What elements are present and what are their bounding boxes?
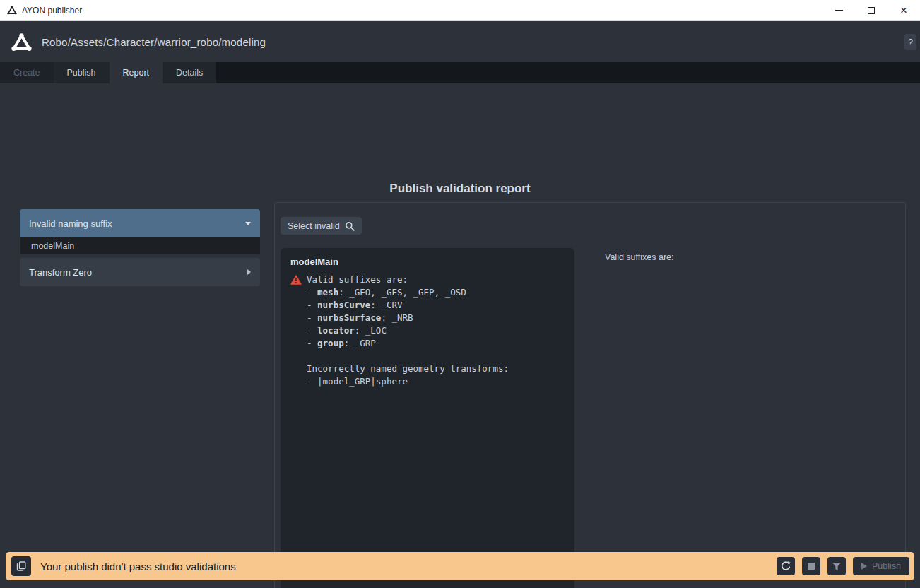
error-report-text: Valid suffixes are:- mesh: _GEO, _GES, _… (307, 274, 509, 388)
tab-create[interactable]: Create (0, 62, 54, 83)
ayon-logo-icon (7, 6, 17, 15)
minimize-button[interactable] (822, 0, 855, 21)
footer-notification-bar: Your publish didn't pass studio validati… (6, 552, 914, 580)
warning-icon (290, 275, 302, 288)
chevron-right-icon (247, 269, 251, 275)
error-report-card-body: Valid suffixes are:- mesh: _GEO, _GES, _… (290, 274, 565, 388)
tabbar: Create Publish Report Details (0, 62, 920, 83)
chevron-down-icon (245, 222, 251, 225)
validation-error-list: Invalid naming suffix modelMain Transfor… (20, 209, 260, 286)
error-report-card-title: modelMain (290, 257, 565, 267)
error-group-header[interactable]: Transform Zero (20, 258, 260, 286)
error-report-card: modelMain Valid suffixes are:- mesh: _GE… (281, 248, 574, 588)
copy-report-button[interactable] (11, 556, 31, 576)
play-icon (861, 563, 867, 570)
close-icon: × (900, 4, 907, 16)
maximize-button[interactable] (855, 0, 887, 21)
app-header: Robo/Assets/Character/warrior_robo/model… (0, 21, 920, 62)
refresh-icon (780, 560, 791, 572)
publish-status-message: Your publish didn't pass studio validati… (40, 560, 236, 572)
window-title: AYON publisher (22, 6, 82, 16)
titlebar: AYON publisher × (0, 0, 920, 21)
tab-publish[interactable]: Publish (54, 62, 110, 83)
main-area: Publish validation report Invalid naming… (0, 83, 920, 550)
minimize-icon (835, 10, 843, 11)
window-controls: × (822, 0, 920, 21)
select-invalid-button[interactable]: Select invalid (281, 217, 362, 235)
page-title: Publish validation report (0, 182, 920, 196)
tab-details[interactable]: Details (163, 62, 216, 83)
ayon-logo-icon (11, 33, 32, 51)
stop-icon (808, 563, 815, 570)
error-group-transform-zero: Transform Zero (20, 258, 260, 286)
report-detail-panel: Select invalid modelMain (274, 202, 906, 588)
search-icon (345, 221, 355, 231)
detail-heading: Valid suffixes are: (605, 252, 674, 262)
publish-button[interactable]: Publish (853, 557, 909, 575)
breadcrumb: Robo/Assets/Character/warrior_robo/model… (42, 36, 266, 48)
copy-icon (16, 561, 26, 571)
select-invalid-label: Select invalid (288, 221, 340, 231)
publish-button-label: Publish (872, 561, 901, 571)
stop-button[interactable] (802, 557, 820, 575)
error-instance-modelMain[interactable]: modelMain (20, 237, 260, 254)
error-group-label: Transform Zero (29, 267, 92, 278)
error-group-header[interactable]: Invalid naming suffix (20, 209, 260, 237)
filter-icon (832, 562, 842, 571)
close-button[interactable]: × (887, 0, 920, 21)
refresh-button[interactable] (777, 557, 795, 575)
error-group-invalid-naming-suffix: Invalid naming suffix modelMain (20, 209, 260, 254)
filter-button[interactable] (827, 557, 846, 575)
error-group-label: Invalid naming suffix (29, 218, 112, 229)
footer-actions: Publish (777, 557, 909, 575)
maximize-icon (868, 7, 875, 14)
tab-report[interactable]: Report (110, 62, 163, 83)
help-button[interactable]: ? (904, 34, 916, 50)
ayon-publisher-window: AYON publisher × Robo/Assets/Character/w… (0, 0, 920, 588)
